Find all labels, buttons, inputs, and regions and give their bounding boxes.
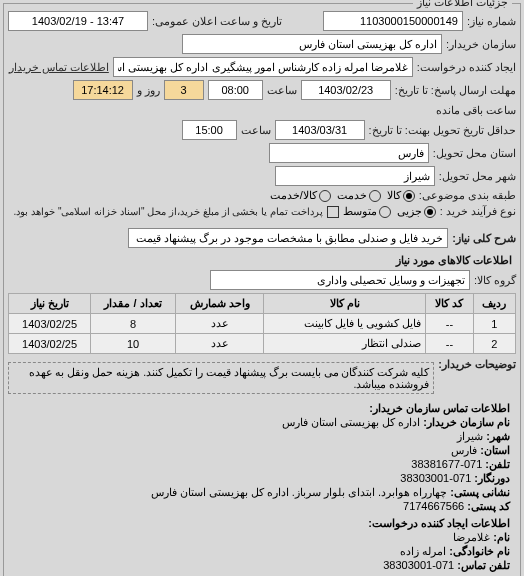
- org-label: نام سازمان خریدار:: [423, 416, 510, 428]
- desc-label: شرح کلی نیاز:: [452, 232, 516, 245]
- pub-label: تاریخ و ساعت اعلان عمومی:: [152, 15, 282, 28]
- table-cell: 1403/02/25: [9, 314, 91, 334]
- buyer-label: سازمان خریدار:: [446, 38, 516, 51]
- radio-kala[interactable]: [403, 190, 415, 202]
- radio-kala-label: کالا: [387, 189, 401, 202]
- radio-joz[interactable]: [424, 206, 436, 218]
- delivery-label: حداقل تاریخ تحویل بهنت: تا تاریخ:: [369, 124, 516, 137]
- lname-value: امرله زاده: [400, 545, 446, 557]
- table-header: نام کالا: [264, 294, 426, 314]
- deadline-time[interactable]: [208, 80, 263, 100]
- lname-label: نام خانوادگی:: [449, 545, 510, 557]
- fname-value: غلامرضا: [453, 531, 490, 543]
- table-cell: 1: [473, 314, 515, 334]
- days-remaining: [164, 80, 204, 100]
- delivery-time[interactable]: [182, 120, 237, 140]
- table-cell: عدد: [175, 314, 264, 334]
- desc-input[interactable]: [128, 228, 448, 248]
- goods-table: ردیفکد کالانام کالاواحد شمارشتعداد / مقد…: [8, 293, 516, 354]
- class-radio-group: کالا خدمت کالا/خدمت: [270, 189, 415, 202]
- table-cell: --: [426, 314, 473, 334]
- remain-label: ساعت باقی مانده: [436, 104, 516, 117]
- cphone2-label: تلفن تماس:: [457, 559, 510, 571]
- deadline-time-label: ساعت: [267, 84, 297, 97]
- city-label: شهر محل تحویل:: [439, 170, 516, 183]
- num-input[interactable]: [323, 11, 463, 31]
- cphone-value: 071-38381677: [411, 458, 482, 470]
- cphone-label: تلفن:: [485, 458, 510, 470]
- radio-kala-khadamat-label: کالا/خدمت: [270, 189, 317, 202]
- num-label: شماره نیاز:: [467, 15, 516, 28]
- cpostal-label: نشانی پستی:: [450, 486, 510, 498]
- contact-link[interactable]: اطلاعات تماس خریدار: [9, 61, 109, 74]
- table-row: 2--صندلی انتظارعدد101403/02/25: [9, 334, 516, 354]
- table-cell: 10: [91, 334, 176, 354]
- pub-input[interactable]: [8, 11, 148, 31]
- org-value: اداره کل بهزیستی استان فارس: [282, 416, 420, 428]
- class-label: طبقه بندی موضوعی:: [419, 189, 516, 202]
- state-input[interactable]: [269, 143, 429, 163]
- time-remaining: [73, 80, 133, 100]
- table-cell: 2: [473, 334, 515, 354]
- creator-info-block: اطلاعات ایجاد کننده درخواست: نام: غلامرض…: [14, 517, 510, 572]
- buyer-notes-label: توضیحات خریدار:: [438, 358, 516, 371]
- delivery-date[interactable]: [275, 120, 365, 140]
- state-label: استان محل تحویل:: [433, 147, 516, 160]
- cphone2-value: 071-38303001: [383, 559, 454, 571]
- deadline-date[interactable]: [301, 80, 391, 100]
- table-header: تاریخ نیاز: [9, 294, 91, 314]
- radio-kala-khadamat[interactable]: [319, 190, 331, 202]
- buyer-input[interactable]: [182, 34, 442, 54]
- city-input[interactable]: [275, 166, 435, 186]
- radio-khadamat-label: خدمت: [337, 189, 367, 202]
- cfax-value: 071-38303001: [400, 472, 471, 484]
- table-header: تعداد / مقدار: [91, 294, 176, 314]
- treasury-checkbox[interactable]: [327, 206, 339, 218]
- group-input[interactable]: [210, 270, 470, 290]
- buyer-notes-text: کلیه شرکت کنندگان می بایست برگ پیشنهاد ق…: [8, 362, 434, 394]
- deadline-label: مهلت ارسال پاسخ: تا تاریخ:: [395, 84, 516, 97]
- days-label: روز و: [137, 84, 160, 97]
- proc-radio-group: جزیی متوسط: [343, 205, 436, 218]
- table-cell: صندلی انتظار: [264, 334, 426, 354]
- radio-khadamat[interactable]: [369, 190, 381, 202]
- table-row: 1--فایل کشویی یا فایل کابینتعدد81403/02/…: [9, 314, 516, 334]
- treasury-text: پرداخت تمام یا بخشی از مبلغ خرید،از محل …: [14, 206, 323, 217]
- delivery-time-label: ساعت: [241, 124, 271, 137]
- ccity-label: شهر:: [486, 430, 510, 442]
- group-label: گروه کالا:: [474, 274, 516, 287]
- creator-label: ایجاد کننده درخواست:: [417, 61, 516, 74]
- table-header: واحد شمارش: [175, 294, 264, 314]
- radio-joz-label: جزیی: [397, 205, 422, 218]
- contact-info-block: اطلاعات تماس سازمان خریدار: نام سازمان خ…: [14, 402, 510, 513]
- table-cell: 1403/02/25: [9, 334, 91, 354]
- panel-title: جزئیات اطلاعات نیاز: [413, 0, 512, 9]
- table-cell: 8: [91, 314, 176, 334]
- cpcode-label: کد پستی:: [467, 500, 510, 512]
- goods-section-title: اطلاعات کالاهای مورد نیاز: [12, 254, 512, 267]
- cpostal-value: چهارراه هوابرد. ابتدای بلوار سرباز. ادار…: [151, 486, 448, 498]
- creator-title: اطلاعات ایجاد کننده درخواست:: [368, 517, 510, 529]
- table-header: کد کالا: [426, 294, 473, 314]
- proc-label: نوع فرآیند خرید :: [440, 205, 516, 218]
- radio-mot-label: متوسط: [343, 205, 377, 218]
- table-cell: فایل کشویی یا فایل کابینت: [264, 314, 426, 334]
- table-header: ردیف: [473, 294, 515, 314]
- cfax-label: دورنگار:: [474, 472, 510, 484]
- table-cell: --: [426, 334, 473, 354]
- radio-mot[interactable]: [379, 206, 391, 218]
- fname-label: نام:: [493, 531, 510, 543]
- cstate-value: فارس: [451, 444, 477, 456]
- ccity-value: شیراز: [457, 430, 483, 442]
- creator-input[interactable]: [113, 57, 413, 77]
- cpcode-value: 7174667566: [403, 500, 464, 512]
- cstate-label: استان:: [480, 444, 510, 456]
- table-cell: عدد: [175, 334, 264, 354]
- contact-title: اطلاعات تماس سازمان خریدار:: [369, 402, 510, 414]
